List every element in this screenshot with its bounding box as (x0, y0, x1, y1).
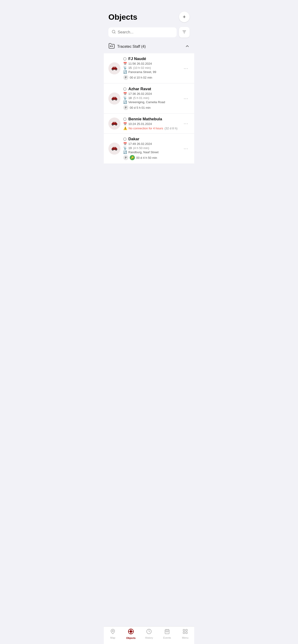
chevron-up-icon (185, 44, 190, 50)
datetime-row: 📅 10:24 25.01.2024 (123, 122, 179, 126)
location-text: Panorama Street, 99 (128, 70, 156, 74)
search-icon (112, 30, 116, 35)
folder-icon (108, 43, 115, 50)
page-title: Objects (108, 12, 137, 22)
calendar-icon: 📅 (123, 92, 127, 96)
object-name-row: Dakar (123, 137, 179, 142)
status-dot (123, 118, 127, 121)
group-name: Tracetec Staff (4) (117, 44, 146, 49)
signal-text: 15 (128, 66, 132, 70)
signal-duration: (4 h 50 min) (133, 146, 149, 150)
svg-rect-6 (112, 46, 113, 47)
signal-text: 19 (128, 146, 132, 150)
key-icon: 🔑 (130, 155, 135, 160)
route-icon: 🔄 (123, 70, 127, 74)
status-dot (123, 57, 127, 60)
calendar-icon: 📅 (123, 142, 127, 146)
location-row: 🔄 Panorama Street, 99 (123, 70, 179, 74)
p-badge: P (123, 75, 128, 80)
signal-icon: 📡 (123, 96, 127, 100)
datetime-text: 11:56 26.02.2024 (128, 62, 152, 65)
error-icon: ⚠️ (123, 126, 127, 130)
signal-row: 📡 19 (4 h 50 min) (123, 146, 179, 150)
error-text: No connection for 4 hours (129, 126, 163, 130)
parking-row: P 🔑 00 d 4 h 50 min (123, 155, 179, 160)
signal-icon: 📡 (123, 146, 127, 150)
search-bar (108, 27, 177, 37)
object-item[interactable]: Azhar Ravat 📅 17:36 26.02.2024 📡 18 (5 h… (104, 84, 194, 114)
object-name-row: Azhar Ravat (123, 87, 179, 91)
search-input[interactable] (118, 30, 173, 34)
object-name: FJ Naudé (128, 56, 146, 61)
parking-time: 00 d 4 h 50 min (136, 156, 157, 160)
empty-area (104, 164, 194, 228)
object-info: FJ Naudé 📅 11:56 26.02.2024 📡 15 (10 h 0… (123, 56, 179, 80)
svg-point-10 (112, 69, 113, 70)
object-name: Dakar (128, 137, 139, 142)
svg-point-18 (116, 99, 117, 100)
datetime-row: 📅 11:56 26.02.2024 (123, 62, 179, 65)
filter-button[interactable] (179, 27, 190, 38)
signal-icon: 📡 (123, 66, 127, 70)
parking-row: P 00 d 5 h 01 min (123, 105, 179, 110)
svg-point-16 (112, 99, 113, 100)
datetime-row: 📅 17:49 26.02.2024 (123, 142, 179, 146)
signal-text: 18 (128, 96, 132, 100)
route-icon: 🔄 (123, 100, 127, 104)
object-name-row: Bennie Mathebula (123, 117, 179, 122)
parking-time: 00 d 10 h 02 min (130, 76, 152, 79)
svg-rect-5 (110, 46, 111, 47)
parking-row: P 00 d 10 h 02 min (123, 75, 179, 80)
page-header: Objects + (104, 0, 194, 24)
signal-row: 📡 15 (10 h 02 min) (123, 66, 179, 70)
object-name: Azhar Ravat (128, 87, 151, 91)
more-button[interactable]: ··· (182, 65, 190, 72)
svg-point-30 (116, 149, 117, 150)
p-badge: P (123, 155, 128, 160)
parking-time: 00 d 5 h 01 min (130, 106, 151, 110)
object-item[interactable]: FJ Naudé 📅 11:56 26.02.2024 📡 15 (10 h 0… (104, 53, 194, 84)
p-badge: P (123, 105, 128, 110)
avatar (108, 92, 120, 104)
svg-point-12 (116, 69, 117, 70)
location-row: 🔄 Randburg, Naaf Street (123, 150, 179, 154)
svg-point-28 (112, 149, 113, 150)
signal-row: 📡 18 (5 h 01 min) (123, 96, 179, 100)
object-item[interactable]: Dakar 📅 17:49 26.02.2024 📡 19 (4 h 50 mi… (104, 134, 194, 164)
svg-line-1 (114, 32, 115, 33)
signal-duration: (10 h 02 min) (133, 66, 151, 70)
avatar (108, 62, 120, 74)
error-secondary: (32 d 8 h) (165, 126, 178, 130)
datetime-row: 📅 17:36 26.02.2024 (123, 92, 179, 96)
plus-icon: + (183, 14, 186, 20)
datetime-text: 10:24 25.01.2024 (128, 122, 152, 126)
status-dot (123, 138, 127, 141)
more-button[interactable]: ··· (182, 145, 190, 152)
more-button[interactable]: ··· (182, 120, 190, 127)
group-header[interactable]: Tracetec Staff (4) (104, 40, 194, 53)
location-text: Randburg, Naaf Street (128, 150, 159, 154)
object-name-row: FJ Naudé (123, 56, 179, 61)
svg-point-22 (112, 124, 113, 125)
object-info: Bennie Mathebula 📅 10:24 25.01.2024 ⚠️ N… (123, 117, 179, 130)
datetime-text: 17:36 26.02.2024 (128, 92, 152, 96)
more-button[interactable]: ··· (182, 95, 190, 102)
add-button[interactable]: + (179, 12, 190, 22)
avatar (108, 118, 120, 130)
search-row (104, 24, 194, 40)
object-info: Azhar Ravat 📅 17:36 26.02.2024 📡 18 (5 h… (123, 87, 179, 110)
objects-list: FJ Naudé 📅 11:56 26.02.2024 📡 15 (10 h 0… (104, 53, 194, 164)
calendar-icon: 📅 (123, 122, 127, 126)
calendar-icon: 📅 (123, 62, 127, 65)
location-row: 🔄 Vereeniging, Camelia Road (123, 100, 179, 104)
signal-duration: (5 h 01 min) (133, 96, 149, 100)
filter-icon (182, 30, 187, 35)
object-item[interactable]: Bennie Mathebula 📅 10:24 25.01.2024 ⚠️ N… (104, 114, 194, 134)
datetime-text: 17:49 26.02.2024 (128, 142, 152, 146)
route-icon: 🔄 (123, 150, 127, 154)
object-name: Bennie Mathebula (128, 117, 162, 122)
object-info: Dakar 📅 17:49 26.02.2024 📡 19 (4 h 50 mi… (123, 137, 179, 160)
location-text: Vereeniging, Camelia Road (128, 100, 165, 104)
avatar (108, 142, 120, 154)
group-left: Tracetec Staff (4) (108, 43, 146, 50)
